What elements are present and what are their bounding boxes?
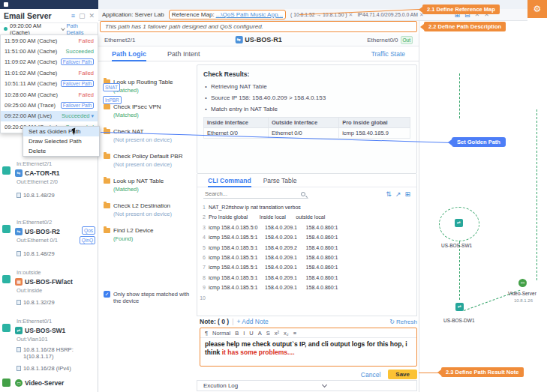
media-icon <box>2 379 11 387</box>
history-item[interactable]: 11:51:00 AM (Cache) Succeeded▾ <box>1 46 98 56</box>
context-menu-item[interactable]: Draw Selected Path <box>23 136 99 146</box>
cli-line: 1 NAT_R2#show ip nat translation verbos <box>197 202 416 212</box>
cli-line: 5 icmp 158.4.0.185.5:1 158.4.0.209.2 158… <box>197 243 416 253</box>
path-step[interactable]: Find L2 Device (Found) <box>104 227 194 242</box>
path-step[interactable]: Check Policy Default PBR (Not present on… <box>104 153 194 168</box>
fullscreen-icon[interactable]: ⊞ <box>404 190 410 198</box>
cli-line: 3 icmp 158.4.0.185.5:0 158.4.0.209.1 158… <box>197 223 416 232</box>
history-item[interactable]: 11:01:02 AM (Cache) Failed▾ <box>1 67 98 78</box>
tab-path-intent[interactable]: Path Intent <box>167 46 200 61</box>
history-time: 11:51:00 AM (Cache) <box>5 48 65 55</box>
menu-icon[interactable]: ≡ <box>71 12 75 19</box>
hop-device-name[interactable]: US-BOS-FW/act <box>25 278 73 286</box>
path-details-link[interactable]: Path Details <box>67 22 95 36</box>
history-item[interactable]: 11:09:02 AM (Cache) Failover Path▾ <box>1 57 98 67</box>
line-number: 10 <box>197 293 209 303</box>
hop-item[interactable]: In:Ethernet0/1 ⇄ US-BOS-SW1 Out:Vlan101 <box>0 317 98 347</box>
cancel-button[interactable]: Cancel <box>361 371 380 379</box>
editor-toolbar-button[interactable]: I <box>243 330 245 337</box>
cli-output: 1 NAT_R2#show ip nat translation verbos … <box>197 201 416 304</box>
check-result-bullet: Retrieving NAT Table <box>203 83 410 90</box>
hop-item[interactable]: In:Ethernet2/1 ⇆ CA-TOR-R1 Out:Ethernet … <box>0 160 98 190</box>
editor-toolbar-button[interactable]: x₂ <box>284 330 289 337</box>
inpbr-badge: InPBR <box>103 96 122 104</box>
path-step[interactable]: Check IPsec VPN (Matched) <box>104 103 194 118</box>
editor-toolbar-button[interactable]: ≡ <box>293 330 296 337</box>
context-menu-item[interactable]: Delete <box>23 146 99 156</box>
note-text[interactable]: please help me check output`s IP, and cl… <box>200 338 416 359</box>
switch-icon[interactable]: ⇄ <box>455 303 464 311</box>
annotation-define-path-description: 2.2 Define Path Description <box>424 22 506 31</box>
editor-toolbar-button[interactable]: B <box>235 330 239 337</box>
hop-device-name[interactable]: US-BOS-R2 <box>25 228 60 235</box>
editor-toolbar-button[interactable]: Normal <box>212 330 230 337</box>
screen: ⚙ Application: Server Lab Reference Map:… <box>0 0 547 392</box>
checkbox-checked-icon[interactable]: ✓ <box>104 291 110 298</box>
refresh-link[interactable]: Refresh <box>396 319 417 325</box>
topology-map[interactable]: ⇄ US-BOS-SW1 ⇄ US-BOS-DW1 ▭ Video-Server… <box>419 21 547 392</box>
note-editor[interactable]: ¶NormalBIUASx²x₂≡ please help me check o… <box>200 328 417 367</box>
switch-icon[interactable]: ⇄ <box>455 219 463 227</box>
popout-icon[interactable]: ▢ <box>79 12 86 19</box>
editor-toolbar-button[interactable]: S <box>266 330 270 337</box>
arrow-left-icon <box>420 24 424 30</box>
table-row[interactable]: Ethernet 0/0 Ethernet 0/0 icmp 158.40.18… <box>204 128 410 139</box>
hop-item[interactable]: In:Ethernet0/2 ⇆ US-BOS-R2 Out:Ethernet … <box>0 218 98 248</box>
tab-parse-table[interactable]: Parse Table <box>263 174 297 187</box>
history-item[interactable]: 09:22:00 AM (Live) Succeeded▾ <box>1 111 98 121</box>
only-show-checkbox-row[interactable]: ✓ Only show steps matched with the devic… <box>104 291 191 304</box>
link-subnet: 10.8.1.16/28 HSRP: 1(10.8.1.17) <box>0 346 96 360</box>
server-icon[interactable]: ▭ <box>518 279 527 287</box>
table-header-cell: Inside Interface <box>204 118 269 128</box>
editor-toolbar-button[interactable]: x² <box>275 330 279 337</box>
line-text: NAT_R2#show ip nat translation verbos <box>209 202 301 212</box>
hop-out-interface: Out:Inside <box>17 286 98 295</box>
line-text: icmp 158.4.0.185.5:1 158.4.0.209.1 158.4… <box>209 232 338 242</box>
history-item[interactable]: 11:59:00 AM (Cache) Failed▾ <box>1 35 98 46</box>
line-number: 3 <box>197 223 209 232</box>
history-item[interactable]: 09:25:00 AM (Trace) Failover Path▾ <box>1 100 98 110</box>
path-step[interactable]: Check L2 Destination (Not present on dev… <box>104 202 194 217</box>
media-icon <box>2 225 11 233</box>
assistant-button[interactable]: ⚙ <box>527 0 547 18</box>
step-label: Check IPsec VPN <box>113 103 161 110</box>
editor-toolbar: ¶NormalBIUASx²x₂≡ <box>200 328 416 338</box>
open-in-new-icon[interactable]: ↗ <box>395 190 401 198</box>
path-ip-chip: IP44.71.4.0/209.25.0.0 AM ✕ <box>357 12 423 18</box>
reference-map-box[interactable]: Reference Map: ...\QoS Path Music App... <box>169 10 286 19</box>
reference-map-link[interactable]: ...\QoS Path Music App... <box>216 11 283 18</box>
tab-cli-command[interactable]: CLI Command <box>208 174 251 187</box>
current-time-dropdown[interactable]: 09:20:00 AM (Cache) <box>10 22 59 36</box>
editor-toolbar-button[interactable]: ¶ <box>205 330 208 337</box>
editor-toolbar-button[interactable]: U <box>249 330 253 337</box>
editor-toolbar-button[interactable]: A <box>258 330 262 337</box>
close-icon[interactable]: ✕ <box>89 12 95 19</box>
map-device-label: US-BOS-SW1 <box>441 243 472 248</box>
history-item[interactable]: 10:28:00 AM (Cache) Failed▾ <box>1 89 98 100</box>
sort-icon[interactable]: ⇅ <box>386 190 392 198</box>
path-step[interactable]: Check NAT (Not present on device) <box>104 128 194 143</box>
subnet-icon <box>17 347 21 352</box>
hop-item[interactable]: ▭ Video-Server <box>0 376 98 392</box>
execution-log-bar[interactable]: Excution Log <box>197 380 417 391</box>
map-device-ip: 10.8.1.26 <box>514 298 533 303</box>
history-item[interactable]: 10:51:11 AM (Cache) Failover Path▾ <box>1 79 98 89</box>
path-step[interactable]: Look up NAT Table (Matched) <box>104 178 194 193</box>
router-icon: ⇆ <box>15 228 23 235</box>
add-note-link[interactable]: + Add Note <box>236 318 268 325</box>
hop-device-name[interactable]: Video-Server <box>25 379 64 387</box>
context-menu-item[interactable]: Set as Golden Path <box>23 127 99 136</box>
tab-path-logic[interactable]: Path Logic <box>112 46 146 61</box>
traffic-state-link[interactable]: Traffic State <box>371 50 405 58</box>
step-status: (Found) <box>113 235 194 242</box>
save-button[interactable]: Save <box>388 370 417 379</box>
cli-line: 10 <box>197 293 416 303</box>
hop-item[interactable]: In:outside ▦ US-BOS-FW/act Out:Inside <box>0 268 98 298</box>
hop-device-name[interactable]: US-BOS-SW1 <box>25 327 65 334</box>
out-badge: Out <box>401 36 413 44</box>
search-input[interactable] <box>203 190 308 199</box>
hop-device-name[interactable]: CA-TOR-R1 <box>25 169 60 177</box>
history-status: Failover Path▾ <box>61 80 94 87</box>
subnet-label: 10.8.1.32/29 <box>23 299 55 306</box>
history-time: 11:01:02 AM (Cache) <box>5 70 79 76</box>
